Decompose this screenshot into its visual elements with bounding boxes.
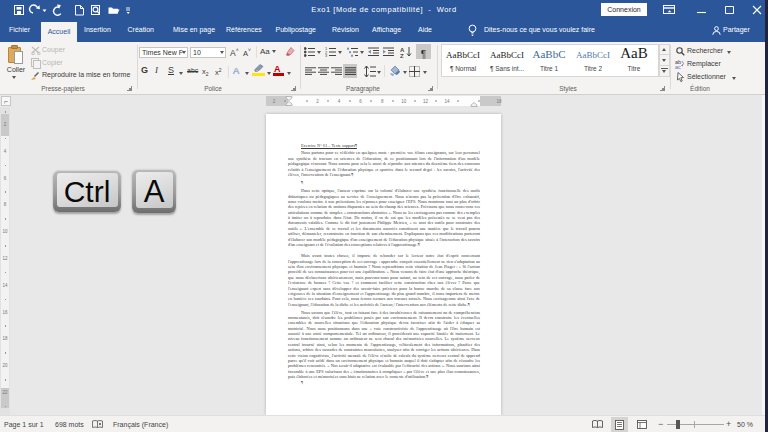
svg-text:A: A	[400, 47, 405, 53]
svg-text:3: 3	[325, 53, 328, 57]
svg-text:Z: Z	[400, 53, 404, 58]
svg-text:ac: ac	[675, 64, 681, 69]
